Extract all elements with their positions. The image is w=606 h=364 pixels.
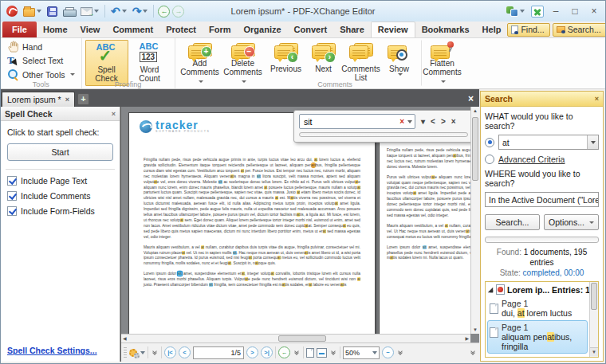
expander-icon[interactable] (488, 287, 493, 292)
zoom-level-combo[interactable]: 50% (343, 346, 380, 359)
doc-tab-close-icon[interactable]: × (65, 96, 69, 104)
expand-toolbar-button[interactable] (396, 351, 404, 354)
tab-view[interactable]: View (74, 22, 107, 37)
open-button[interactable] (22, 6, 43, 18)
spell-check-button[interactable]: ABC✓ Spell Check (85, 40, 128, 86)
tab-bookmarks[interactable]: Bookmarks (415, 22, 476, 37)
previous-page-button[interactable]: < (179, 346, 191, 358)
hand-tool-button[interactable]: Hand (4, 40, 78, 53)
find-previous-button[interactable]: < (431, 118, 435, 126)
app-menu-button[interactable] (5, 5, 19, 18)
new-tab-button[interactable]: + (77, 93, 89, 105)
next-page-button[interactable]: > (246, 346, 258, 358)
tab-home[interactable]: Home (37, 22, 74, 37)
query-radio[interactable] (485, 138, 494, 147)
tab-form[interactable]: Form (203, 22, 238, 37)
page-number-field[interactable]: 1/5 (193, 346, 244, 359)
email-button[interactable] (79, 6, 100, 17)
comments-list-button[interactable]: Comments List (340, 40, 383, 86)
add-comments-button[interactable]: + Add Comments (179, 40, 222, 86)
checkbox-include-comments[interactable]: Include Comments (7, 191, 113, 201)
print-button[interactable] (61, 5, 77, 18)
select-text-button[interactable]: T Select Text (4, 54, 78, 68)
horizontal-scrollbar[interactable]: ◀ ▶ (121, 334, 470, 342)
minimize-button[interactable]: – (549, 5, 563, 18)
start-button[interactable]: Start (7, 143, 113, 161)
find-options-icon[interactable]: ▾ (421, 118, 425, 126)
scrollbar-thumb[interactable] (278, 335, 326, 342)
tab-file[interactable]: File (2, 22, 37, 37)
result-item-selected[interactable]: Page 1aliquam penatibus, fringilla (487, 320, 588, 354)
result-item[interactable]: Page 1dui, at lorem luctus (487, 296, 588, 320)
panel-close-icon[interactable]: × (595, 95, 599, 103)
first-page-button[interactable]: |< (164, 346, 176, 358)
run-search-button[interactable]: Search... (485, 214, 540, 230)
scope-combo[interactable]: In the Active Document ("Lorem (485, 192, 599, 207)
results-scrollbar[interactable]: ▼ (589, 282, 598, 357)
scrollbar-thumb[interactable] (591, 283, 597, 310)
scroll-down-icon[interactable]: ▼ (471, 327, 479, 332)
page-layout-icon[interactable] (306, 348, 314, 358)
vertical-scrollbar[interactable]: ▲ ▼ (470, 107, 479, 334)
panel-close-icon[interactable]: × (112, 110, 116, 118)
find-history-dropdown-icon[interactable] (407, 120, 412, 123)
expand-toolbar-button[interactable] (329, 351, 337, 354)
word-count-button[interactable]: ABC123 Word Count (128, 40, 171, 86)
forward-view-button[interactable]: → (172, 6, 184, 18)
result-item[interactable]: Page 1torquent at per. (487, 354, 588, 358)
scroll-up-icon[interactable]: ▲ (471, 108, 479, 113)
find-clear-icon[interactable]: × (399, 117, 404, 126)
delete-comments-button[interactable]: − Delete Comments (222, 40, 265, 86)
find-button[interactable]: Find... (507, 23, 549, 37)
document-tab[interactable]: Lorem ipsum * × (2, 92, 75, 107)
redo-button[interactable]: ↷ (131, 5, 150, 18)
maximize-button[interactable]: □ (568, 5, 582, 18)
customize-ui-button[interactable] (505, 6, 526, 18)
search-button[interactable]: Search... (553, 23, 606, 37)
query-combo[interactable]: at (498, 135, 599, 150)
scroll-left-icon[interactable]: ◀ (123, 335, 127, 341)
previous-view-button[interactable]: ← (278, 346, 290, 358)
close-pane-button[interactable]: × (468, 93, 478, 107)
scroll-right-icon[interactable]: ▶ (465, 335, 469, 341)
pan-zoom-tools-button[interactable] (129, 347, 145, 358)
advanced-criteria-link[interactable]: Advanced Criteria (498, 155, 565, 164)
tab-share[interactable]: Share (333, 22, 371, 37)
last-page-button[interactable]: >| (261, 346, 273, 358)
options-button[interactable]: Options... (544, 214, 599, 230)
previous-comment-button[interactable]: ‹ Previous (265, 40, 308, 86)
other-tools-button[interactable]: Other Tools (4, 68, 78, 81)
fullscreen-button[interactable] (531, 6, 544, 18)
chevron-down-icon (70, 73, 75, 76)
scrollbar-thumb[interactable] (472, 117, 478, 181)
tab-protect[interactable]: Protect (159, 22, 203, 37)
document-page-1[interactable]: tracker SOFTWARE PRODUCTS Fringilla null… (128, 112, 376, 334)
fit-width-icon[interactable] (317, 348, 327, 358)
tab-organize[interactable]: Organize (238, 22, 288, 37)
tab-help[interactable]: Help (476, 22, 508, 37)
find-close-button[interactable]: × (451, 118, 456, 126)
spell-check-settings-link[interactable]: Spell Check Settings... (1, 346, 120, 362)
scroll-down-icon[interactable]: ▼ (590, 347, 598, 356)
checkbox-include-form-fields[interactable]: Include Form-Fields (7, 206, 113, 216)
expand-toolbar-button[interactable] (293, 351, 301, 354)
next-comment-button[interactable]: › Next (308, 40, 340, 86)
find-next-button[interactable]: > (441, 118, 446, 126)
find-input[interactable] (302, 116, 399, 127)
show-comments-button[interactable]: Show (383, 40, 416, 86)
undo-button[interactable]: ↶ (109, 5, 128, 18)
flatten-comments-button[interactable]: Flatten Comments (421, 40, 464, 86)
tab-comment[interactable]: Comment (106, 22, 159, 37)
tab-convert[interactable]: Convert (288, 22, 334, 37)
tab-review[interactable]: Review (371, 22, 415, 37)
result-document-node[interactable]: Lorem ip... Entries: 195 (487, 284, 588, 296)
checkbox-include-page-text[interactable]: Include Page Text (7, 176, 113, 186)
expand-toolbar-button[interactable] (469, 351, 477, 354)
document-page-2[interactable]: Fringilla nullam pede, risus pede vehicu… (379, 112, 470, 334)
back-view-button[interactable]: ← (158, 6, 170, 18)
close-button[interactable]: × (587, 5, 601, 18)
advanced-criteria-radio[interactable] (485, 155, 494, 164)
zoom-out-button[interactable]: − (382, 346, 394, 358)
save-button[interactable] (45, 6, 59, 18)
expand-toolbar-button[interactable] (151, 351, 159, 354)
